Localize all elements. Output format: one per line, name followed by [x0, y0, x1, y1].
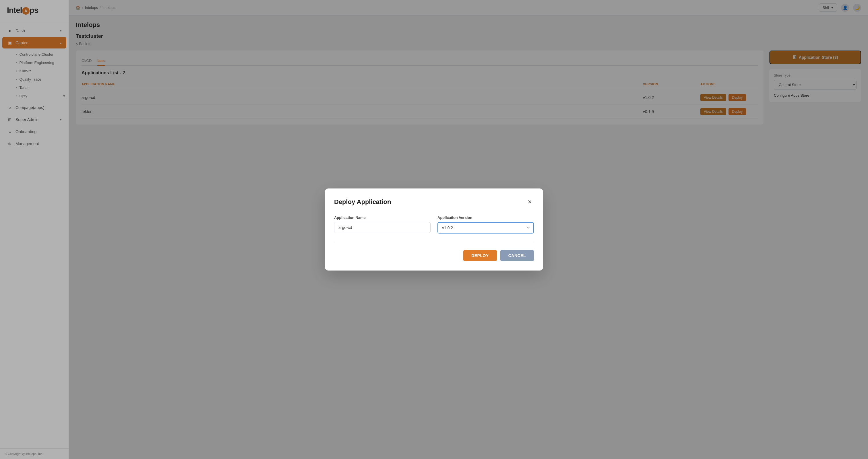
- app-version-select[interactable]: v1.0.2 v1.0.1 v1.0.0: [437, 222, 534, 233]
- app-name-label: Application Name: [334, 216, 431, 220]
- cancel-button[interactable]: CANCEL: [500, 250, 534, 261]
- modal-divider: [334, 243, 534, 243]
- modal-footer: DEPLOY CANCEL: [334, 250, 534, 261]
- app-version-field-group: Application Version v1.0.2 v1.0.1 v1.0.0: [437, 216, 534, 233]
- modal-overlay[interactable]: Deploy Application ✕ Application Name Ap…: [0, 0, 868, 459]
- deploy-submit-button[interactable]: DEPLOY: [463, 250, 497, 261]
- modal-close-button[interactable]: ✕: [525, 198, 534, 206]
- modal-header: Deploy Application ✕: [334, 198, 534, 206]
- modal-body: Application Name Application Version v1.…: [334, 216, 534, 233]
- app-version-label: Application Version: [437, 216, 534, 220]
- app-name-input[interactable]: [334, 222, 431, 233]
- modal-title: Deploy Application: [334, 198, 391, 206]
- app-name-field-group: Application Name: [334, 216, 431, 233]
- deploy-modal: Deploy Application ✕ Application Name Ap…: [325, 189, 543, 270]
